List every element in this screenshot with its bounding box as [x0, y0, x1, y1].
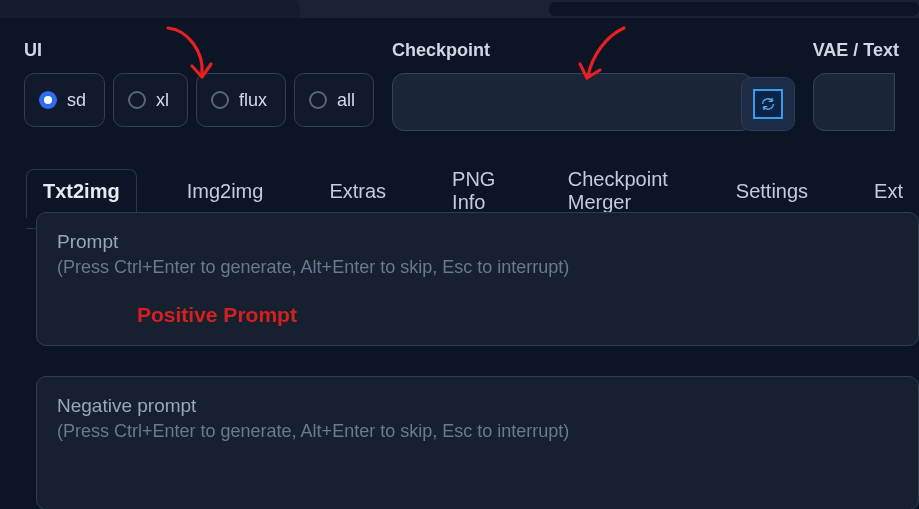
browser-chrome-ghost	[0, 0, 919, 18]
radio-flux[interactable]: flux	[196, 73, 286, 127]
negative-prompt-label: Negative prompt	[57, 395, 898, 417]
tab-extensions[interactable]: Ext	[858, 170, 919, 217]
negative-prompt-textarea[interactable]: Negative prompt (Press Ctrl+Enter to gen…	[36, 376, 919, 509]
radio-dot-icon	[211, 91, 229, 109]
browser-urlbar-ghost	[549, 2, 919, 16]
checkpoint-group: Checkpoint	[392, 40, 723, 131]
radio-dot-icon	[128, 91, 146, 109]
browser-tab-ghost	[0, 0, 300, 18]
tab-img2img[interactable]: Img2img	[171, 170, 280, 217]
prompt-textarea[interactable]: Prompt (Press Ctrl+Enter to generate, Al…	[36, 212, 919, 346]
checkpoint-label: Checkpoint	[392, 40, 723, 61]
radio-xl-label: xl	[156, 90, 169, 111]
radio-all[interactable]: all	[294, 73, 374, 127]
radio-flux-label: flux	[239, 90, 267, 111]
negative-prompt-hint: (Press Ctrl+Enter to generate, Alt+Enter…	[57, 421, 898, 442]
ui-radio-group: UI sd xl flux all	[24, 40, 374, 127]
refresh-checkpoint-button[interactable]	[741, 77, 795, 131]
radio-sd[interactable]: sd	[24, 73, 105, 127]
radio-all-label: all	[337, 90, 355, 111]
vae-select[interactable]	[813, 73, 895, 131]
vae-group: VAE / Text	[813, 40, 899, 131]
ui-label: UI	[24, 40, 374, 61]
tab-extras[interactable]: Extras	[313, 170, 402, 217]
tab-settings[interactable]: Settings	[720, 170, 824, 217]
ui-radio-row: sd xl flux all	[24, 73, 374, 127]
checkpoint-select[interactable]	[392, 73, 753, 131]
radio-dot-icon	[39, 91, 57, 109]
vae-label: VAE / Text	[813, 40, 899, 61]
refresh-icon	[753, 89, 783, 119]
prompt-hint: (Press Ctrl+Enter to generate, Alt+Enter…	[57, 257, 898, 278]
txt2img-panel: Prompt (Press Ctrl+Enter to generate, Al…	[36, 212, 919, 509]
radio-dot-icon	[309, 91, 327, 109]
prompt-label: Prompt	[57, 231, 898, 253]
top-controls-row: UI sd xl flux all Checkpoint	[0, 40, 919, 131]
annotation-positive-prompt: Positive Prompt	[137, 303, 297, 327]
radio-xl[interactable]: xl	[113, 73, 188, 127]
radio-sd-label: sd	[67, 90, 86, 111]
